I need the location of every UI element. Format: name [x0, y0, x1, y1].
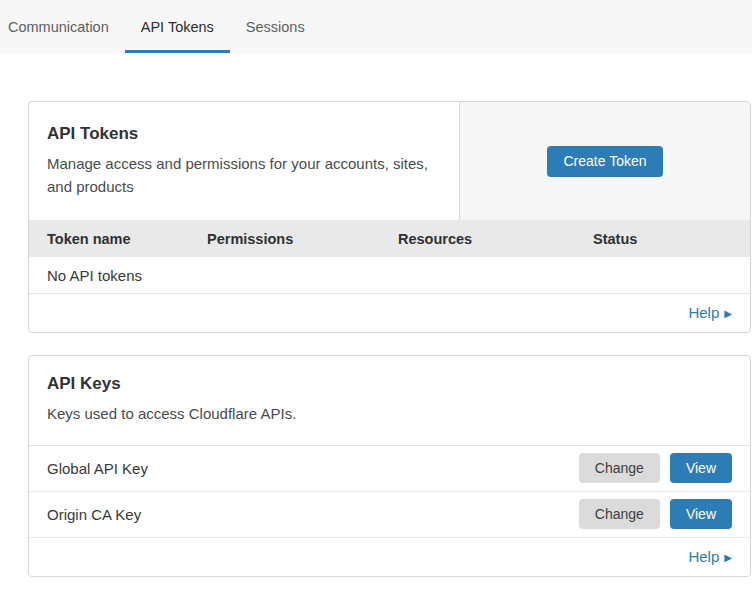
api-tokens-title: API Tokens: [47, 124, 441, 144]
api-keys-description: Keys used to access Cloudflare APIs.: [47, 403, 732, 426]
tab-bar: Communication API Tokens Sessions: [0, 0, 752, 53]
global-api-key-label: Global API Key: [47, 460, 148, 477]
global-api-key-change-button[interactable]: Change: [579, 453, 660, 483]
column-permissions: Permissions: [207, 231, 398, 247]
help-label: Help: [688, 548, 719, 565]
origin-ca-key-change-button[interactable]: Change: [579, 499, 660, 529]
api-tokens-help-link[interactable]: Help▶: [688, 304, 732, 321]
api-keys-card: API Keys Keys used to access Cloudflare …: [28, 355, 751, 577]
api-tokens-card-header-text: API Tokens Manage access and permissions…: [29, 102, 460, 220]
help-label: Help: [688, 304, 719, 321]
api-keys-card-header: API Keys Keys used to access Cloudflare …: [29, 356, 750, 446]
origin-ca-key-row: Origin CA Key Change View: [29, 492, 750, 538]
api-tokens-card-header: API Tokens Manage access and permissions…: [29, 102, 750, 220]
global-api-key-row: Global API Key Change View: [29, 446, 750, 492]
global-api-key-view-button[interactable]: View: [670, 453, 732, 483]
token-table-header: Token name Permissions Resources Status: [29, 220, 750, 257]
main-content: API Tokens Manage access and permissions…: [0, 53, 752, 577]
api-tokens-help-row: Help▶: [29, 294, 750, 332]
api-tokens-description: Manage access and permissions for your a…: [47, 153, 441, 198]
help-arrow-icon: ▶: [724, 552, 732, 563]
help-arrow-icon: ▶: [724, 308, 732, 319]
api-keys-help-row: Help▶: [29, 538, 750, 576]
tab-sessions[interactable]: Sessions: [230, 0, 321, 53]
api-tokens-card-header-action: Create Token: [460, 102, 750, 220]
api-keys-help-link[interactable]: Help▶: [688, 548, 732, 565]
column-resources: Resources: [398, 231, 593, 247]
api-tokens-card: API Tokens Manage access and permissions…: [28, 101, 751, 333]
global-api-key-actions: Change View: [579, 453, 732, 483]
column-token-name: Token name: [47, 231, 207, 247]
origin-ca-key-view-button[interactable]: View: [670, 499, 732, 529]
tab-communication[interactable]: Communication: [8, 0, 125, 53]
create-token-button[interactable]: Create Token: [547, 146, 662, 177]
token-table-empty-row: No API tokens: [29, 257, 750, 294]
origin-ca-key-label: Origin CA Key: [47, 506, 141, 523]
origin-ca-key-actions: Change View: [579, 499, 732, 529]
api-keys-title: API Keys: [47, 374, 732, 394]
column-status: Status: [593, 231, 732, 247]
tab-api-tokens[interactable]: API Tokens: [125, 0, 230, 53]
